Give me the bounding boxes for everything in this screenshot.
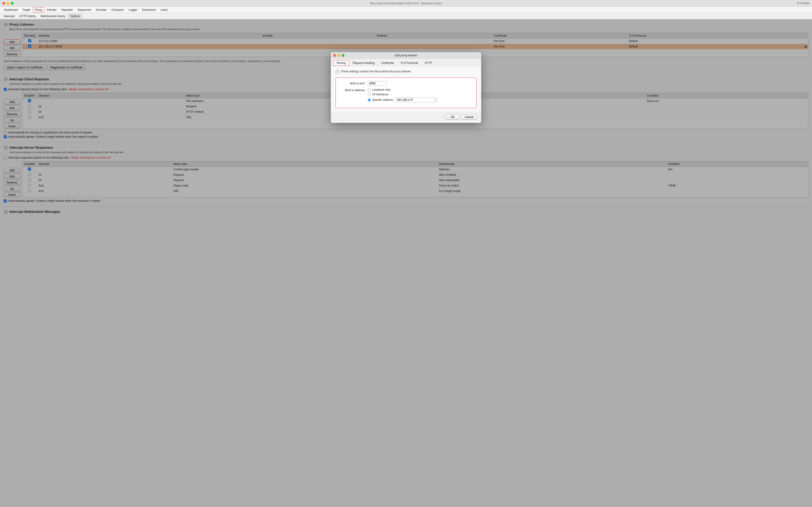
modal-body: ? These settings control how Burp binds … bbox=[331, 66, 481, 112]
modal-footer: OK Cancel bbox=[331, 112, 481, 123]
menu-proxy[interactable]: Proxy bbox=[33, 7, 44, 12]
help-icon: ? bbox=[336, 70, 339, 74]
title-bar: Burp Suite Community Edition v2022.12.6 … bbox=[0, 0, 812, 7]
bind-port-label: Bind to port: bbox=[340, 82, 365, 85]
bind-port-input[interactable] bbox=[368, 81, 387, 86]
all-interfaces-radio[interactable] bbox=[368, 93, 371, 96]
bind-address-row: Bind to address: Loopback only All inter… bbox=[340, 88, 472, 102]
loopback-radio[interactable] bbox=[368, 88, 371, 92]
sub-nav: Intercept HTTP history WebSockets histor… bbox=[0, 13, 812, 19]
specific-address-radio[interactable] bbox=[368, 99, 371, 102]
tab-intercept[interactable]: Intercept bbox=[2, 14, 17, 18]
modal-desc-text: These settings control how Burp binds th… bbox=[341, 70, 411, 73]
menu-repeater[interactable]: Repeater bbox=[59, 7, 75, 12]
modal-cancel-button[interactable]: Cancel bbox=[462, 114, 476, 120]
binding-box: Bind to port: Bind to address: Loopback … bbox=[336, 77, 476, 108]
tab-http-history[interactable]: HTTP history bbox=[18, 14, 38, 18]
loopback-label: Loopback only bbox=[372, 88, 390, 92]
specific-address-label: Specific address: bbox=[372, 98, 394, 102]
modal-min-button[interactable] bbox=[337, 54, 340, 57]
specific-address-select[interactable]: 192.168.2.47 127.0.0.1 0.0.0.0 bbox=[395, 98, 437, 102]
modal-tab-request-handling[interactable]: Request handling bbox=[350, 60, 378, 66]
window-controls[interactable] bbox=[2, 2, 14, 5]
loopback-row: Loopback only bbox=[368, 88, 437, 92]
menu-sequencer[interactable]: Sequencer bbox=[76, 7, 94, 12]
address-select-wrapper: 192.168.2.47 127.0.0.1 0.0.0.0 bbox=[395, 98, 437, 102]
menu-target[interactable]: Target bbox=[20, 7, 33, 12]
modal-window-controls[interactable] bbox=[333, 54, 344, 57]
modal-tab-binding[interactable]: Binding bbox=[334, 60, 349, 66]
close-button[interactable] bbox=[2, 2, 5, 5]
settings-button[interactable]: ⚙ Settings bbox=[797, 2, 810, 5]
modal-title: Edit proxy listener bbox=[395, 54, 417, 57]
tab-websockets-history[interactable]: WebSockets history bbox=[39, 14, 67, 18]
modal-ok-button[interactable]: OK bbox=[446, 114, 460, 120]
modal-tab-certificate[interactable]: Certificate bbox=[378, 60, 397, 66]
modal-max-button[interactable] bbox=[342, 54, 344, 57]
bind-port-row: Bind to port: bbox=[340, 81, 472, 86]
menu-dashboard[interactable]: Dashboard bbox=[2, 7, 20, 12]
modal-tabs: Binding Request handling Certificate TLS… bbox=[331, 59, 481, 66]
all-interfaces-row: All interfaces bbox=[368, 93, 437, 96]
menu-decoder[interactable]: Decoder bbox=[94, 7, 109, 12]
menu-bar: Dashboard Target Proxy Intruder Repeater… bbox=[0, 7, 812, 13]
menu-intruder[interactable]: Intruder bbox=[45, 7, 59, 12]
maximize-button[interactable] bbox=[11, 2, 14, 5]
menu-extensions[interactable]: Extensions bbox=[140, 7, 158, 12]
menu-learn[interactable]: Learn bbox=[158, 7, 170, 12]
menu-comparer[interactable]: Comparer bbox=[109, 7, 126, 12]
modal-desc: ? These settings control how Burp binds … bbox=[336, 70, 476, 74]
modal-tab-http[interactable]: HTTP bbox=[422, 60, 435, 66]
window-title: Burp Suite Community Edition v2022.12.6 … bbox=[370, 2, 442, 5]
modal-titlebar: Edit proxy listener bbox=[331, 52, 481, 59]
address-radio-group: Loopback only All interfaces Specific ad… bbox=[368, 88, 437, 102]
all-interfaces-label: All interfaces bbox=[372, 93, 388, 96]
main-content: ⚙ Proxy Listeners Burp Proxy uses listen… bbox=[0, 19, 812, 507]
modal-tab-tls[interactable]: TLS Protocols bbox=[397, 60, 421, 66]
bind-address-label: Bind to address: bbox=[340, 88, 365, 92]
minimize-button[interactable] bbox=[7, 2, 9, 5]
menu-logger[interactable]: Logger bbox=[126, 7, 139, 12]
modal: Edit proxy listener Binding Request hand… bbox=[331, 52, 481, 123]
tab-options[interactable]: Options bbox=[68, 14, 82, 18]
modal-close-button[interactable] bbox=[333, 54, 336, 57]
modal-overlay: Edit proxy listener Binding Request hand… bbox=[0, 19, 812, 507]
specific-address-row: Specific address: 192.168.2.47 127.0.0.1… bbox=[368, 98, 437, 102]
